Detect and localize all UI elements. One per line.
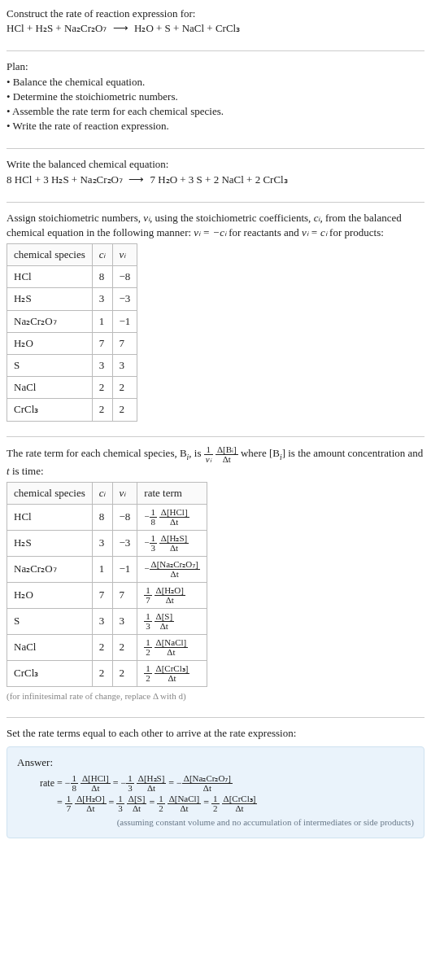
nui-cell: −1 [112,310,137,332]
denominator: 2 [211,804,220,813]
final-heading: Set the rate terms equal to each other t… [7,726,424,741]
ci-cell: 8 [92,266,112,288]
denominator: Δt [155,596,185,605]
ci-cell: 2 [92,399,112,421]
fraction: 12 [144,664,152,683]
fraction: 12 [157,794,165,813]
nui-cell: 3 [112,608,137,634]
table-row: S33 [7,355,137,377]
ci-cell: 7 [92,582,112,608]
text: Assign stoichiometric numbers, [7,212,143,224]
species-cell: H₂S [7,530,93,556]
table-row: H₂S3−3−13 Δ[H₂S]Δt [7,530,207,556]
ci-cell: 3 [92,355,112,377]
ci-cell: 1 [92,556,112,582]
text: for reactants and [226,226,302,238]
fraction: Δ[Na₂Cr₂O₇]Δt [150,560,200,579]
ci-cell: 8 [92,504,112,530]
ci-cell: 3 [92,288,112,310]
nui-cell: −8 [112,266,137,288]
species-cell: NaCl [7,377,93,399]
fraction: Δ[H₂S]Δt [159,534,189,553]
fraction: Δ[CrCl₃]Δt [155,664,190,683]
col-nui: νᵢ [112,244,137,266]
balanced-equation: 8 HCl + 3 H₂S + Na₂Cr₂O₇ ⟶ 7 H₂O + 3 S +… [7,173,424,187]
rate-term-table: chemical species cᵢ νᵢ rate term HCl8−8−… [7,482,207,687]
species-cell: Na₂Cr₂O₇ [7,310,93,332]
divider [7,202,424,203]
text: , using the stoichiometric coefficients, [150,212,314,224]
nui-cell: 2 [112,660,137,686]
fraction: Δ[H₂O]Δt [75,794,106,813]
fraction: 17 [65,794,73,813]
balanced-section: Write the balanced chemical equation: 8 … [7,157,424,193]
nui-cell: −3 [112,288,137,310]
fraction: Δ[Na₂Cr₂O₇]Δt [182,774,233,793]
fraction: Δ[HCl]Δt [81,774,111,793]
denominator: Δt [137,784,166,793]
species-cell: H₂O [7,582,93,608]
table-header-row: chemical species cᵢ νᵢ rate term [7,482,207,504]
rate-term-cell: −18 Δ[HCl]Δt [137,504,207,530]
denominator: 2 [144,674,152,683]
fraction: 13 [126,774,134,793]
denominator: 8 [150,518,158,527]
divider [7,436,424,437]
text: ] is the amount concentration and [282,447,424,459]
denominator: 3 [150,544,158,553]
fraction: 13 [144,612,152,631]
arrow-icon: ⟶ [113,21,128,36]
denominator: Δt [222,804,258,813]
table-row: CrCl₃2212 Δ[CrCl₃]Δt [7,660,207,686]
fraction: 13 [116,794,124,813]
denominator: 8 [71,784,79,793]
rate-intro: The rate term for each chemical species,… [7,445,424,479]
answer-equation: rate = −18 Δ[HCl]Δt = −13 Δ[H₂S]Δt = −Δ[… [17,773,414,814]
nui-cell: 3 [112,355,137,377]
nui-cell: −8 [112,504,137,530]
denominator: Δt [81,784,111,793]
species-cell: CrCl₃ [7,399,93,421]
answer-note: (assuming constant volume and no accumul… [17,816,414,829]
table-row: HCl8−8 [7,266,137,288]
species-cell: H₂S [7,288,93,310]
nui-cell: 7 [112,582,137,608]
text: where [B [241,447,280,459]
table-row: S3313 Δ[S]Δt [7,608,207,634]
numerator: Δ[Bᵢ] [216,445,238,455]
species-cell: S [7,608,93,634]
arrow-icon: ⟶ [128,173,144,187]
denominator: Δt [155,674,190,683]
table-row: HCl8−8−18 Δ[HCl]Δt [7,504,207,530]
answer-box: Answer: rate = −18 Δ[HCl]Δt = −13 Δ[H₂S]… [7,746,424,838]
plan-heading: Plan: [7,59,424,74]
ci-cell: 1 [92,310,112,332]
intro-section: Construct the rate of reaction expressio… [7,7,424,42]
nui-cell: 2 [112,377,137,399]
nu-i-symbol: νᵢ [143,212,150,224]
col-species: chemical species [7,482,93,504]
fraction: 12 [144,638,152,657]
fraction: 18 [71,774,79,793]
denominator: Δt [216,455,238,464]
denominator: 2 [144,648,152,657]
ci-cell: 7 [92,332,112,354]
species-cell: HCl [7,504,93,530]
table-row: Na₂Cr₂O₇1−1−Δ[Na₂Cr₂O₇]Δt [7,556,207,582]
eq-rhs: H₂O + S + NaCl + CrCl₃ [134,22,240,34]
answer-label: Answer: [17,755,414,770]
rate-term-cell: 17 Δ[H₂O]Δt [137,582,207,608]
denominator: Δt [127,804,147,813]
fraction: Δ[H₂S]Δt [137,774,166,793]
intro-title: Construct the rate of reaction expressio… [7,7,424,21]
one-over-nu: 1νᵢ [204,445,213,464]
denominator: 3 [126,784,134,793]
col-rate-term: rate term [137,482,207,504]
species-cell: Na₂Cr₂O₇ [7,556,93,582]
fraction: Δ[HCl]Δt [159,508,189,527]
species-cell: H₂O [7,332,93,354]
denominator: Δt [155,648,189,657]
divider [7,717,424,718]
table-row: H₂O7717 Δ[H₂O]Δt [7,582,207,608]
nui-cell: 7 [112,332,137,354]
